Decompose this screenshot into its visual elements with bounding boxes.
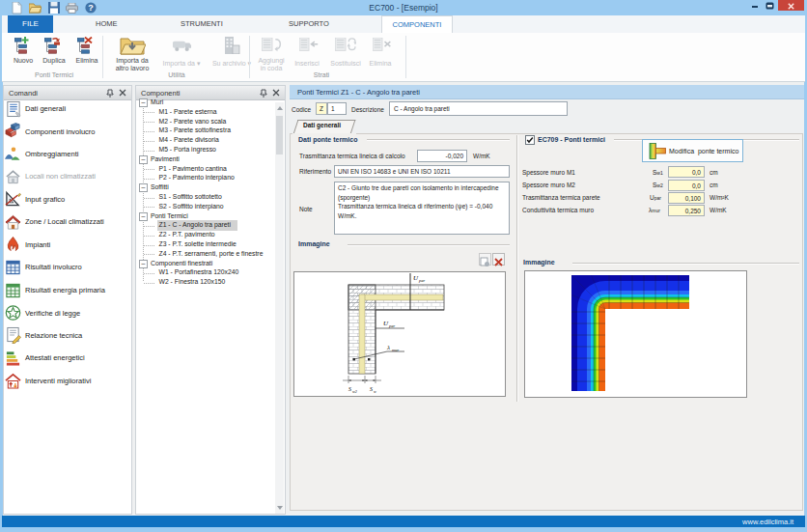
svg-text:w: w	[374, 389, 376, 394]
svg-text:S: S	[370, 386, 373, 392]
svg-text:S: S	[348, 386, 351, 392]
svg-text:λ: λ	[386, 344, 390, 351]
svg-text:w2: w2	[352, 389, 357, 394]
svg-text:par: par	[388, 323, 396, 328]
svg-text:par: par	[418, 278, 426, 283]
svg-text:?: ?	[88, 3, 94, 13]
